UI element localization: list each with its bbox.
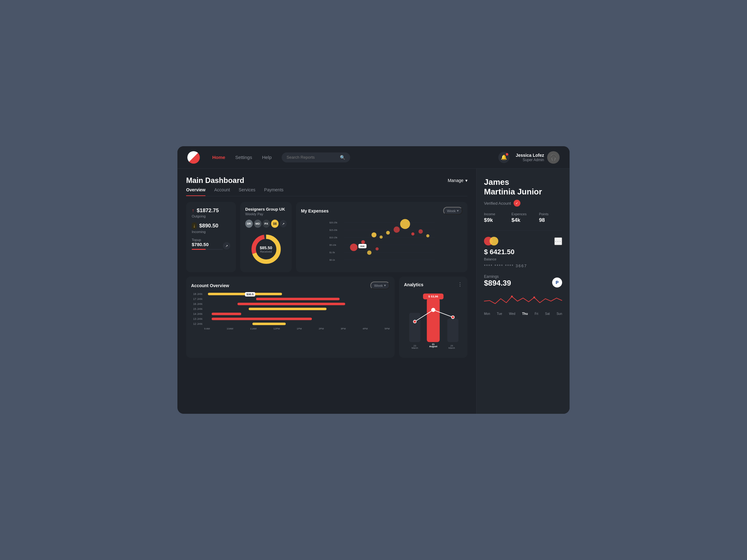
svg-point-21 [400, 219, 410, 229]
nav-help[interactable]: Help [262, 155, 272, 160]
gantt-row-18jan: 18 JAN [191, 292, 390, 296]
svg-text:August: August [429, 345, 437, 348]
donut-center: $85.50 Received [260, 245, 272, 253]
card-balance-label: Balance [484, 257, 562, 261]
tab-account[interactable]: Account [214, 187, 230, 196]
search-input[interactable] [287, 155, 337, 160]
days-row: Mon Tue Wed Thu Fri Sat Sun [484, 312, 562, 316]
earnings-label: Earnings [484, 274, 511, 279]
mc-right-circle [490, 237, 498, 245]
tab-payments[interactable]: Payments [264, 187, 284, 196]
day-mon: Mon [484, 312, 490, 316]
topup-amount: $780.50 [192, 242, 223, 247]
svg-point-25 [367, 250, 371, 255]
app-container: Home Settings Help 🔍 🔔 Jessica Lofez Sup… [177, 146, 570, 414]
expenses-header: My Expenses Week ▾ [301, 207, 463, 215]
income-value: $9k [484, 217, 507, 223]
avatar-md: MD [254, 220, 261, 228]
designers-title: Designers Group UK [245, 207, 287, 212]
gantt-x-labels: 9 AM 10AM 11AM 12PM 1PM 2PM 3PM 4PM 5PM [204, 327, 390, 330]
gantt-tooltip: $30.5 [245, 292, 255, 296]
expenses-label: Expences [511, 212, 535, 216]
expenses-stat: Expences $4k [511, 212, 535, 223]
incoming-item: ↓ $890.50 Incoming [192, 222, 230, 234]
divider [484, 230, 562, 231]
donut-label: Received [260, 250, 272, 253]
card-options-button[interactable]: ··· [554, 237, 562, 245]
day-sun: Sun [557, 312, 562, 316]
designers-subtitle: Weekly Pay [245, 212, 287, 216]
manage-button[interactable]: Manage ▾ [447, 178, 467, 183]
avatars-row: DR MD PX 08 ↗ [245, 220, 287, 228]
notification-dot [506, 153, 508, 156]
svg-rect-30 [427, 298, 439, 342]
tab-services[interactable]: Services [239, 187, 256, 196]
expenses-period-label: Week [447, 209, 456, 213]
verified-check-icon: ✓ [514, 200, 520, 207]
analytics-chart: $ 53,96 23 March 21 August [404, 291, 463, 353]
verified-label: Verified Acount [484, 201, 511, 206]
avatar: 🎧 [547, 151, 560, 164]
arrow-up-icon: ↑ [192, 208, 194, 213]
card-section: ··· $ 6421.50 Balance **** **** **** 366… [484, 237, 562, 268]
main-nav: Home Settings Help [212, 155, 272, 160]
gantt-row-13jan: 13 JAN [191, 317, 390, 320]
svg-text:March: March [448, 347, 455, 349]
user-profile[interactable]: Jessica Lofez Super Admin 🎧 [516, 151, 560, 164]
search-bar[interactable]: 🔍 [282, 153, 350, 162]
finance-card: ↑ $1872.75 Outgoing ↓ $890.50 Incoming [186, 202, 236, 272]
gantt-row-17jan: 17 JAN $30.5 [191, 297, 390, 300]
notification-button[interactable]: 🔔 [498, 152, 510, 163]
account-overview-period-button[interactable]: Week ▾ [370, 282, 390, 289]
svg-text:$10-15k: $10-15k [330, 236, 338, 239]
svg-point-43 [511, 296, 513, 297]
svg-point-23 [419, 229, 423, 234]
svg-rect-31 [447, 319, 459, 342]
svg-point-24 [427, 234, 430, 237]
analytics-header: Analytics ⋮ [404, 282, 463, 288]
income-label: Income [484, 212, 507, 216]
svg-text:$0-1k: $0-1k [330, 259, 335, 261]
svg-point-17 [371, 232, 377, 237]
analytics-more-button[interactable]: ⋮ [458, 282, 463, 288]
search-icon: 🔍 [340, 155, 345, 160]
earnings-amount: $894.39 [484, 279, 511, 288]
day-fri: Fri [535, 312, 538, 316]
mastercard-icon [484, 237, 498, 245]
header-right: 🔔 Jessica Lofez Super Admin 🎧 [498, 151, 560, 164]
nav-home[interactable]: Home [212, 155, 225, 160]
main-content: Main Dashboard Manage ▾ Overview Account… [177, 169, 570, 414]
svg-text:$ 53,96: $ 53,96 [428, 295, 438, 298]
svg-point-16 [361, 240, 365, 244]
svg-point-26 [376, 247, 379, 250]
paypal-icon: P [552, 277, 562, 288]
topup-link-button[interactable]: ↗ [223, 242, 230, 249]
tab-overview[interactable]: Overview [186, 187, 205, 196]
svg-text:$20-25k: $20-25k [330, 221, 338, 224]
tab-bar: Overview Account Services Payments [186, 187, 467, 196]
manage-label: Manage [447, 178, 463, 183]
svg-text:$1-5k: $1-5k [330, 251, 335, 254]
verified-row: Verified Acount ✓ [484, 200, 562, 207]
expenses-period-button[interactable]: Week ▾ [443, 207, 463, 215]
topup-label: Topup [192, 238, 230, 242]
user-text: Jessica Lofez Super Admin [516, 153, 544, 162]
dashboard-header: Main Dashboard Manage ▾ [186, 176, 467, 185]
nav-settings[interactable]: Settings [235, 155, 252, 160]
svg-point-36 [451, 316, 454, 319]
gantt-row-12jan: 12 JAN [191, 322, 390, 325]
designers-link-button[interactable]: ↗ [280, 220, 287, 228]
avatar-count: 08 [271, 220, 279, 228]
header: Home Settings Help 🔍 🔔 Jessica Lofez Sup… [177, 146, 570, 169]
svg-point-34 [413, 320, 416, 323]
arrow-down-icon: ↓ [192, 222, 197, 229]
gantt-row-15jan: 15 JAN [191, 308, 390, 311]
account-overview-header: Account Overview Week ▾ [191, 282, 390, 289]
incoming-label: Incoming [192, 230, 230, 234]
outgoing-item: ↑ $1872.75 Outgoing [192, 208, 230, 218]
earnings-header: Earnings $894.39 P [484, 274, 562, 291]
svg-point-22 [411, 232, 415, 236]
analytics-title: Analytics [404, 282, 423, 287]
gantt-chart: 18 JAN 17 JAN $30.5 [191, 292, 390, 330]
day-sat: Sat [545, 312, 550, 316]
